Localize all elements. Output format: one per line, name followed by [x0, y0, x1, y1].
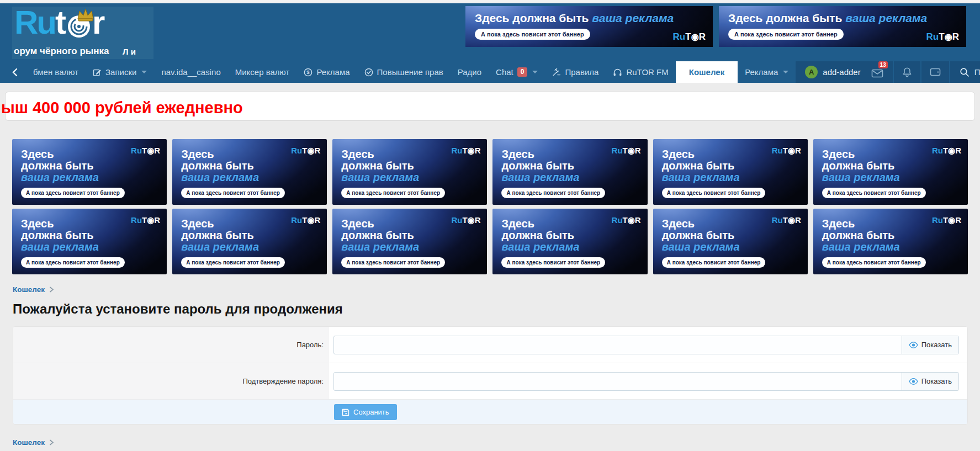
- ad-banner-tile[interactable]: Здесь должна быть ваша реклама А пока зд…: [813, 209, 968, 274]
- tile-line-2: должна быть: [21, 160, 167, 172]
- rutor-mini-logo: RuT◉R: [291, 215, 320, 225]
- tile-pill: А пока здесь повисит этот баннер: [341, 257, 445, 268]
- tile-line-2: должна быть: [662, 230, 808, 241]
- avatar: A: [805, 66, 818, 78]
- site-header: Rut r орум чёрного рынка Л и Здесь должн…: [0, 3, 980, 61]
- dollar-circle-icon: $: [304, 68, 312, 77]
- tile-line-2: должна быть: [662, 160, 808, 172]
- eye-icon: [909, 378, 918, 385]
- ad-banner-tile[interactable]: Здесь должна быть ваша реклама А пока зд…: [492, 139, 647, 205]
- tile-line-accent: ваша реклама: [341, 241, 487, 253]
- tile-line-2: должна быть: [341, 230, 487, 241]
- rutor-mini-logo: RuT◉R: [451, 146, 480, 156]
- nav-item-rutor-fm[interactable]: RuTOR FM: [606, 61, 675, 83]
- banner-pill: А пока здесь повисит этот баннер: [728, 29, 844, 40]
- rutor-mini-logo: RuT◉R: [131, 215, 160, 225]
- tile-line-2: должна быть: [21, 230, 167, 241]
- inbox-button[interactable]: 13: [871, 66, 883, 78]
- rutor-mini-logo: RuT◉R: [932, 215, 961, 225]
- nav-item-povyshenie-prav[interactable]: Повышение прав: [357, 61, 451, 83]
- rutor-mini-logo: RuT◉R: [291, 146, 320, 156]
- announcement-text: ыш 400 000 рублей ежедневно: [1, 99, 243, 117]
- ad-banner-tile[interactable]: Здесь должна быть ваша реклама А пока зд…: [653, 209, 808, 274]
- site-logo[interactable]: Rut r орум чёрного рынка Л и: [12, 7, 153, 59]
- ad-banner-tile[interactable]: Здесь должна быть ваша реклама А пока зд…: [172, 209, 327, 274]
- tile-line-accent: ваша реклама: [181, 172, 327, 183]
- page-title: Пожалуйста установите пароль для продолж…: [13, 301, 980, 317]
- nav-item-casino[interactable]: nav.ida__casino: [154, 61, 227, 83]
- password-input[interactable]: [334, 336, 902, 354]
- alerts-button[interactable]: [894, 61, 920, 83]
- save-icon: [342, 408, 349, 416]
- logo-tagline: орум чёрного рынка: [14, 46, 109, 57]
- tile-line-accent: ваша реклама: [662, 241, 808, 253]
- confirm-password-input[interactable]: [334, 373, 902, 390]
- rutor-mini-logo: RuT◉R: [926, 31, 959, 43]
- ad-banner-tile[interactable]: Здесь должна быть ваша реклама А пока зд…: [12, 209, 167, 274]
- tile-pill: А пока здесь повисит этот баннер: [181, 257, 285, 268]
- tile-pill: А пока здесь повисит этот баннер: [501, 257, 605, 268]
- ad-banner-tile[interactable]: Здесь должна быть ваша реклама А пока зд…: [492, 209, 647, 274]
- gavel-icon: [552, 68, 561, 77]
- banner-title: Здесь должна быть: [728, 12, 842, 24]
- ad-banner-tile[interactable]: Здесь должна быть ваша реклама А пока зд…: [653, 139, 808, 205]
- nav-item-zapiski[interactable]: Записки: [86, 61, 154, 83]
- tile-line-2: должна быть: [341, 160, 487, 172]
- breadcrumb-link-koshelek[interactable]: Кошелек: [13, 285, 45, 294]
- ad-banner-tile[interactable]: Здесь должна быть ваша реклама А пока зд…: [332, 139, 487, 205]
- nav-item-koshelek-active[interactable]: Кошелек: [676, 61, 738, 83]
- tile-pill: А пока здесь повисит этот баннер: [21, 257, 125, 268]
- rutor-mini-logo: RuT◉R: [612, 146, 641, 156]
- breadcrumb[interactable]: Кошелек: [13, 438, 980, 447]
- header-ad-banner-2[interactable]: Здесь должна быть ваша реклама А пока зд…: [719, 6, 966, 47]
- banner-title-accent: ваша реклама: [845, 12, 927, 24]
- header-ad-banner-1[interactable]: Здесь должна быть ваша реклама А пока зд…: [465, 6, 713, 47]
- bell-icon: [902, 67, 912, 78]
- search-button[interactable]: Поиск: [950, 61, 980, 83]
- tile-pill: А пока здесь повисит этот баннер: [21, 188, 125, 198]
- tile-line-accent: ваша реклама: [181, 241, 327, 253]
- breadcrumb-link-koshelek[interactable]: Кошелек: [13, 438, 45, 447]
- nav-item-chat[interactable]: Chat 0: [489, 61, 545, 83]
- breadcrumb[interactable]: Кошелек: [13, 285, 980, 294]
- logo-text-ru: Ru: [14, 7, 55, 41]
- tile-pill: А пока здесь повисит этот баннер: [341, 188, 445, 198]
- banner-title: Здесь должна быть: [475, 12, 589, 24]
- banner-pill: А пока здесь повисит этот баннер: [475, 29, 590, 40]
- username: add-adder: [823, 67, 860, 77]
- show-confirm-password-button[interactable]: Показать: [902, 373, 958, 390]
- user-account-block[interactable]: A add-adder 13: [796, 61, 892, 83]
- rutor-mini-logo: RuT◉R: [451, 215, 480, 225]
- wallet-button[interactable]: [921, 61, 949, 83]
- password-form: Пароль: Показать Подтверждение пароля:: [13, 326, 968, 425]
- ad-banner-tile[interactable]: Здесь должна быть ваша реклама А пока зд…: [332, 209, 487, 274]
- ad-banner-tile[interactable]: Здесь должна быть ваша реклама А пока зд…: [813, 139, 968, 205]
- tile-line-2: должна быть: [501, 230, 647, 241]
- ad-banner-tile[interactable]: Здесь должна быть ваша реклама А пока зд…: [12, 139, 167, 205]
- nav-item-mikser-valut[interactable]: Миксер валют: [228, 61, 297, 83]
- search-icon: [960, 67, 970, 77]
- nav-item-pravila[interactable]: Правила: [545, 61, 606, 83]
- tile-line-2: должна быть: [501, 160, 647, 172]
- show-password-button[interactable]: Показать: [902, 336, 958, 354]
- tile-line-2: должна быть: [822, 160, 968, 172]
- save-button[interactable]: Сохранить: [334, 404, 397, 420]
- nav-right-cluster: A add-adder 13 Поиск: [796, 61, 980, 83]
- banner-title-accent: ваша реклама: [592, 12, 674, 24]
- nav-item-reklama[interactable]: $ Реклама: [296, 61, 357, 83]
- tile-line-accent: ваша реклама: [501, 241, 647, 253]
- tile-pill: А пока здесь повисит этот баннер: [501, 188, 605, 198]
- nav-item-radio[interactable]: Радио: [451, 61, 489, 83]
- svg-text:$: $: [307, 69, 310, 75]
- nav-item-reklama-dropdown[interactable]: Реклама: [738, 61, 796, 83]
- tile-line-accent: ваша реклама: [822, 172, 968, 183]
- headphones-icon: [613, 68, 622, 77]
- nav-scroll-left[interactable]: [10, 61, 26, 83]
- chevron-right-icon: [49, 439, 54, 445]
- ad-banner-grid: Здесь должна быть ваша реклама А пока зд…: [12, 139, 968, 274]
- inbox-count-badge: 13: [878, 61, 888, 68]
- tile-line-accent: ваша реклама: [21, 241, 167, 253]
- nav-item-obmen-valut[interactable]: бмен валют: [26, 61, 86, 83]
- ad-banner-tile[interactable]: Здесь должна быть ваша реклама А пока зд…: [172, 139, 327, 205]
- form-footer: Сохранить: [13, 400, 967, 424]
